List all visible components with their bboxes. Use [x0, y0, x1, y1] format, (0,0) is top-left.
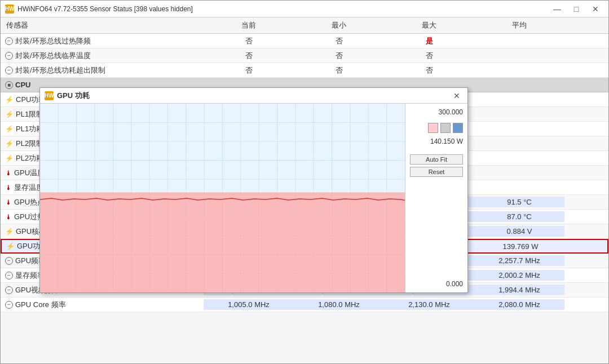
row-label: − 封装/环形总线临界温度 — [1, 50, 204, 62]
window-title: HWiNFO64 v7.72-5355 Sensor Status [398 v… — [17, 5, 193, 13]
collapse-icon[interactable]: − — [5, 286, 13, 294]
chart-y-min: 0.000 — [410, 280, 463, 288]
row-current: 否 — [204, 35, 294, 47]
row-avg: 87.0 °C — [474, 211, 564, 222]
row-max: 否 — [384, 64, 474, 77]
color-box-blue[interactable] — [453, 123, 463, 133]
row-avg — [474, 128, 564, 130]
minimize-button[interactable]: — — [549, 3, 566, 15]
chart-body: 300.000 140.150 W Auto Fit Reset 0.000 — [40, 104, 467, 292]
chart-app-icon: HW — [45, 91, 54, 100]
chart-popup: HW GPU 功耗 ✕ — [39, 87, 468, 293]
chart-svg — [40, 104, 405, 292]
row-avg: 2,080.0 MHz — [474, 299, 564, 310]
table-row: − GPU Core 频率 1,005.0 MHz 1,080.0 MHz 2,… — [1, 298, 608, 312]
row-avg: 1,994.4 MHz — [474, 285, 564, 295]
row-max: 否 — [384, 50, 474, 62]
row-avg — [474, 143, 564, 145]
table-row: − 封装/环形总线临界温度 否 否 否 — [1, 48, 608, 63]
chart-title-left: HW GPU 功耗 — [45, 91, 90, 101]
col-max: 最大 — [384, 19, 474, 32]
thermometer-icon: 🌡 — [5, 184, 12, 192]
row-current: 否 — [204, 64, 294, 77]
row-label: − GPU Core 频率 — [1, 299, 204, 311]
chart-color-legend — [410, 123, 463, 133]
lightning-icon: ⚡ — [5, 228, 14, 236]
row-avg: 139.769 W — [475, 241, 566, 252]
chart-title-bar: HW GPU 功耗 ✕ — [40, 88, 467, 104]
lightning-icon: ⚡ — [5, 110, 14, 118]
table-row: − 封装/环形总线过热降频 否 否 是 — [1, 34, 608, 48]
table-header: 传感器 当前 最小 最大 平均 — [1, 17, 608, 34]
lightning-icon: ⚡ — [6, 242, 15, 250]
col-avg: 平均 — [474, 19, 564, 32]
row-label: − 封装/环形总线功耗超出限制 — [1, 64, 204, 77]
row-avg — [474, 157, 564, 159]
col-current: 当前 — [204, 19, 294, 32]
row-avg — [474, 40, 564, 42]
color-box-pink[interactable] — [428, 123, 438, 133]
title-bar-left: HW HWiNFO64 v7.72-5355 Sensor Status [39… — [5, 5, 193, 14]
row-label: − 封装/环形总线过热降频 — [1, 35, 204, 47]
chart-y-mid: 140.150 W — [410, 137, 463, 145]
svg-rect-29 — [40, 192, 405, 292]
color-box-gray[interactable] — [440, 123, 451, 133]
auto-fit-button[interactable]: Auto Fit — [410, 154, 463, 165]
row-avg: 2,257.7 MHz — [474, 255, 564, 266]
thermometer-icon: 🌡 — [5, 198, 12, 206]
app-icon: HW — [5, 5, 14, 14]
thermometer-icon: 🌡 — [5, 213, 12, 221]
lightning-icon: ⚡ — [5, 140, 14, 148]
row-max: 2,130.0 MHz — [384, 299, 474, 310]
row-min: 1,080.0 MHz — [294, 299, 384, 310]
row-avg — [474, 55, 564, 57]
row-avg: 2,000.2 MHz — [474, 270, 564, 281]
reset-button[interactable]: Reset — [410, 167, 463, 177]
chart-sidebar: 300.000 140.150 W Auto Fit Reset 0.000 — [405, 104, 467, 292]
table-row: − 封装/环形总线功耗超出限制 否 否 否 — [1, 63, 608, 78]
row-avg: 0.884 V — [474, 226, 564, 237]
close-button[interactable]: ✕ — [587, 3, 604, 15]
collapse-icon[interactable]: − — [5, 37, 13, 45]
collapse-icon[interactable]: − — [5, 257, 13, 265]
row-max: 是 — [384, 35, 474, 47]
title-controls: — □ ✕ — [549, 3, 604, 15]
chart-title: GPU 功耗 — [57, 91, 90, 101]
chart-area — [40, 104, 405, 292]
collapse-icon[interactable]: − — [5, 52, 13, 60]
row-avg: 91.5 °C — [474, 197, 564, 207]
row-avg — [474, 172, 564, 174]
lightning-icon: ⚡ — [5, 154, 14, 162]
collapse-icon[interactable]: − — [5, 66, 13, 74]
row-avg — [474, 99, 564, 101]
lightning-icon: ⚡ — [5, 125, 14, 133]
row-avg — [474, 187, 564, 189]
row-current: 1,005.0 MHz — [204, 299, 294, 310]
row-min: 否 — [294, 50, 384, 62]
col-min: 最小 — [294, 19, 384, 32]
row-min: 否 — [294, 35, 384, 47]
col-sensor: 传感器 — [1, 19, 204, 32]
chart-close-button[interactable]: ✕ — [451, 90, 463, 101]
row-avg — [474, 69, 564, 72]
thermometer-icon: 🌡 — [5, 169, 12, 177]
row-avg — [474, 113, 564, 116]
title-bar: HW HWiNFO64 v7.72-5355 Sensor Status [39… — [1, 1, 608, 17]
collapse-icon[interactable]: − — [5, 301, 13, 309]
collapse-icon[interactable]: − — [5, 272, 13, 279]
lightning-icon: ⚡ — [5, 96, 14, 104]
maximize-button[interactable]: □ — [568, 3, 585, 15]
row-current: 否 — [204, 50, 294, 62]
collapse-icon[interactable]: ■ — [5, 81, 13, 89]
row-min: 否 — [294, 64, 384, 77]
chart-y-max: 300.000 — [410, 108, 463, 116]
